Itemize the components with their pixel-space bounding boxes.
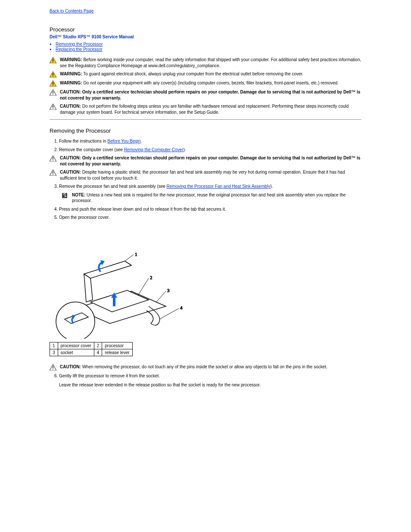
legend-label: processor cover [58,342,94,349]
caution-icon [50,364,60,370]
step-4: Press and push the release lever down an… [59,206,361,212]
caution-hot: CAUTION: Despite having a plastic shield… [50,169,361,181]
steps-list: Follow the instructions in Before You Be… [50,138,361,152]
svg-point-27 [56,302,95,339]
step-6: Gently lift the processor to remove it f… [59,373,361,388]
step-3: Remove the processor fan and heat sink a… [59,184,361,190]
figure-legend: 1 processor cover 2 processor 3 socket 4… [50,342,133,356]
steps-list-cont3: Gently lift the processor to remove it f… [50,373,361,388]
caution-pins: CAUTION: When removing the processor, do… [50,364,361,370]
caution-technician: CAUTION: Only a certified service techni… [50,89,361,101]
figure-processor-socket: 1 2 3 4 1 processor cover 2 processor 3 … [50,231,361,356]
svg-rect-2 [53,62,53,62]
toc-item: Removing the Processor [50,42,361,47]
svg-rect-13 [53,106,53,108]
warning-safety: WARNING: Before working inside your comp… [50,57,361,68]
svg-rect-17 [53,160,53,160]
toc-list: Removing the Processor Replacing the Pro… [50,42,361,52]
divider [50,119,361,120]
page-title: Processor [50,26,361,33]
warning-icon [50,57,60,63]
toc-item: Replacing the Processor [50,47,361,52]
caution-text: CAUTION: Do not perform the following st… [60,103,361,115]
legend-num: 3 [50,349,58,356]
note-text: NOTE: Unless a new heat sink is required… [72,192,361,204]
svg-text:1: 1 [135,252,137,257]
back-link[interactable]: Back to Contents Page [50,9,93,13]
svg-rect-16 [53,157,53,159]
legend-num: 1 [50,342,58,349]
svg-rect-5 [53,76,53,77]
link-remove-fan-heatsink[interactable]: Removing the Processor Fan and Heat Sink… [167,184,271,189]
note-reuse-heatsink: NOTE: Unless a new heat sink is required… [62,192,361,204]
step-1: Follow the instructions in Before You Be… [59,138,361,144]
link-before-you-begin[interactable]: Before You Begin [107,139,140,143]
svg-text:3: 3 [167,288,170,293]
caution-text: CAUTION: Only a certified service techni… [60,89,361,101]
legend-label: socket [58,349,94,356]
caution-text: CAUTION: When removing the processor, do… [60,364,361,370]
svg-rect-1 [53,59,53,61]
svg-rect-8 [53,85,53,86]
warning-icon [50,71,60,78]
step-2: Remove the computer cover (see Removing … [59,147,361,153]
svg-rect-20 [53,174,53,174]
step-5: Open the processor cover. [59,215,361,221]
legend-num: 2 [94,342,102,349]
warning-shock: WARNING: To guard against electrical sho… [50,71,361,78]
caution-icon [50,103,60,110]
caution-icon [50,155,60,162]
warning-text: WARNING: Before working inside your comp… [60,57,361,68]
steps-list-cont: Remove the processor fan and heat sink a… [50,184,361,190]
warning-text: WARNING: To guard against electrical sho… [60,71,361,77]
caution-text: CAUTION: Only a certified service techni… [60,155,361,167]
legend-num: 4 [94,349,102,356]
svg-text:4: 4 [180,305,183,310]
svg-text:2: 2 [150,275,153,280]
caution-icon [50,169,60,176]
svg-rect-14 [53,108,53,109]
steps-list-cont2: Press and push the release lever down an… [50,206,361,221]
nav-back: Back to Contents Page [50,9,361,13]
svg-rect-10 [53,91,53,93]
manual-subtitle: Dell™ Studio XPS™ 9100 Service Manual [50,34,361,39]
caution-icon [50,89,60,96]
warning-covers: WARNING: Do not operate your equipment w… [50,80,361,87]
toc-link-remove[interactable]: Removing the Processor [56,42,103,47]
link-remove-cover[interactable]: Removing the Computer Cover [124,147,184,152]
svg-rect-42 [53,369,53,369]
caution-technician-2: CAUTION: Only a certified service techni… [50,155,361,167]
svg-line-36 [156,291,166,302]
legend-label: release lever [102,349,132,356]
warning-icon [50,80,60,87]
warning-text: WARNING: Do not operate your equipment w… [60,80,361,86]
svg-marker-24 [84,261,131,278]
svg-rect-7 [53,82,53,84]
caution-familiar: CAUTION: Do not perform the following st… [50,103,361,115]
svg-rect-41 [53,366,53,368]
svg-line-38 [159,308,179,319]
svg-rect-4 [53,73,53,75]
svg-rect-19 [53,171,53,174]
note-icon [62,192,72,199]
toc-link-replace[interactable]: Replacing the Processor [56,47,103,52]
caution-text: CAUTION: Despite having a plastic shield… [60,169,361,181]
svg-rect-11 [53,94,53,94]
svg-line-34 [138,278,149,296]
svg-line-32 [125,255,134,261]
legend-label: processor [102,342,132,349]
section-heading-remove: Removing the Processor [50,128,361,134]
svg-marker-23 [90,290,149,312]
